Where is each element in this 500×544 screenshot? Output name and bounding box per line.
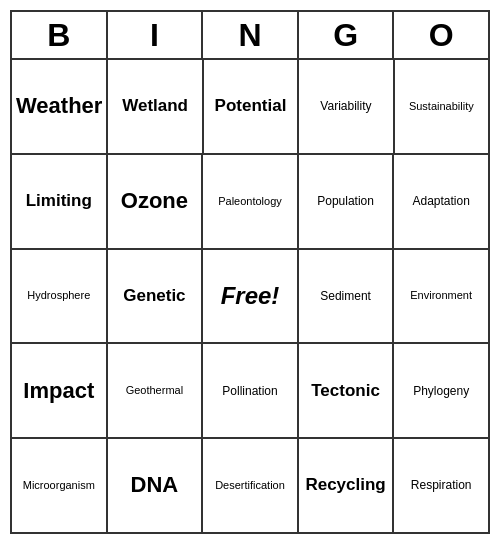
bingo-cell: Geothermal: [108, 344, 204, 437]
cell-text: Microorganism: [23, 479, 95, 492]
bingo-cell: Population: [299, 155, 395, 248]
bingo-row: MicroorganismDNADesertificationRecycling…: [12, 439, 488, 532]
bingo-cell: Sediment: [299, 250, 395, 343]
bingo-cell: Pollination: [203, 344, 299, 437]
cell-text: Desertification: [215, 479, 285, 492]
bingo-row: LimitingOzonePaleontologyPopulationAdapt…: [12, 155, 488, 250]
cell-text: Geothermal: [126, 384, 183, 397]
bingo-cell: Respiration: [394, 439, 488, 532]
cell-text: Phylogeny: [413, 384, 469, 398]
bingo-cell: Environment: [394, 250, 488, 343]
cell-text: Weather: [16, 93, 102, 119]
cell-text: Tectonic: [311, 381, 380, 401]
header-letter: B: [12, 12, 108, 58]
bingo-row: WeatherWetlandPotentialVariabilitySustai…: [12, 60, 488, 155]
cell-text: Hydrosphere: [27, 289, 90, 302]
cell-text: Adaptation: [412, 194, 469, 208]
bingo-cell: Paleontology: [203, 155, 299, 248]
bingo-cell: Phylogeny: [394, 344, 488, 437]
cell-text: Potential: [215, 96, 287, 116]
header-letter: G: [299, 12, 395, 58]
bingo-cell: Genetic: [108, 250, 204, 343]
bingo-cell: Adaptation: [394, 155, 488, 248]
bingo-cell: Limiting: [12, 155, 108, 248]
cell-text: Respiration: [411, 478, 472, 492]
cell-text: Wetland: [122, 96, 188, 116]
bingo-cell: Free!: [203, 250, 299, 343]
bingo-cell: Ozone: [108, 155, 204, 248]
bingo-row: ImpactGeothermalPollinationTectonicPhylo…: [12, 344, 488, 439]
cell-text: Recycling: [305, 475, 385, 495]
header-letter: O: [394, 12, 488, 58]
cell-text: Variability: [320, 99, 371, 113]
bingo-grid: WeatherWetlandPotentialVariabilitySustai…: [12, 60, 488, 532]
cell-text: Paleontology: [218, 195, 282, 208]
bingo-cell: Microorganism: [12, 439, 108, 532]
cell-text: Environment: [410, 289, 472, 302]
cell-text: Impact: [23, 378, 94, 404]
bingo-cell: Potential: [204, 60, 299, 153]
bingo-header: BINGO: [12, 12, 488, 60]
bingo-cell: Impact: [12, 344, 108, 437]
header-letter: I: [108, 12, 204, 58]
cell-text: Limiting: [26, 191, 92, 211]
bingo-cell: Wetland: [108, 60, 203, 153]
cell-text: Pollination: [222, 384, 277, 398]
bingo-cell: Hydrosphere: [12, 250, 108, 343]
bingo-cell: Weather: [12, 60, 108, 153]
bingo-cell: Desertification: [203, 439, 299, 532]
bingo-cell: Recycling: [299, 439, 395, 532]
cell-text: DNA: [131, 472, 179, 498]
bingo-cell: Tectonic: [299, 344, 395, 437]
cell-text: Ozone: [121, 188, 188, 214]
cell-text: Genetic: [123, 286, 185, 306]
bingo-cell: Sustainability: [395, 60, 488, 153]
bingo-row: HydrosphereGeneticFree!SedimentEnvironme…: [12, 250, 488, 345]
bingo-card: BINGO WeatherWetlandPotentialVariability…: [10, 10, 490, 534]
header-letter: N: [203, 12, 299, 58]
bingo-cell: DNA: [108, 439, 204, 532]
bingo-cell: Variability: [299, 60, 394, 153]
cell-text: Population: [317, 194, 374, 208]
cell-text: Sustainability: [409, 100, 474, 113]
cell-text: Sediment: [320, 289, 371, 303]
cell-text: Free!: [221, 282, 280, 310]
